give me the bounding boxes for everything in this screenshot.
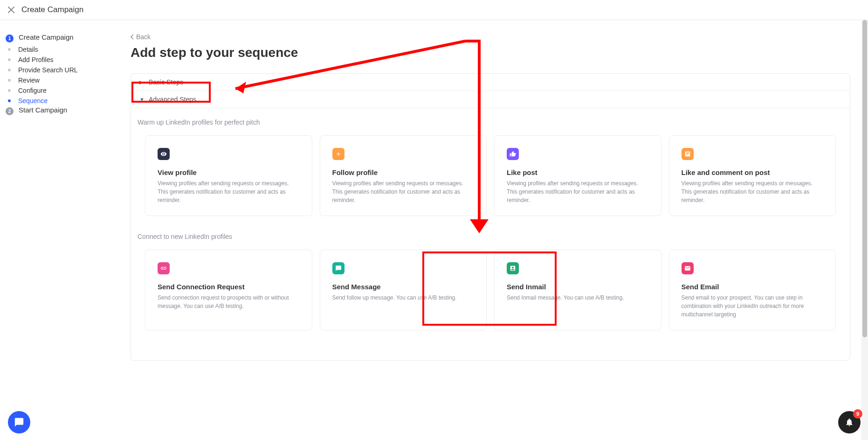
step-badge: 1 bbox=[6, 35, 14, 42]
card-desc: Send email to your prospect. You can use… bbox=[682, 293, 824, 319]
section-warmup-label: Warm up LinkedIn profiles for perfect pi… bbox=[138, 119, 843, 126]
advanced-steps-body: Warm up LinkedIn profiles for perfect pi… bbox=[131, 108, 850, 360]
card-desc: Viewing profiles after sending requests … bbox=[332, 179, 475, 204]
eye-icon bbox=[158, 148, 170, 160]
post-icon bbox=[682, 148, 694, 160]
sidebar: 1Create CampaignDetailsAdd ProfilesProvi… bbox=[0, 20, 84, 440]
step-label: Create Campaign bbox=[19, 33, 74, 42]
card-desc: Viewing profiles after sending requests … bbox=[682, 179, 824, 204]
dot-icon bbox=[8, 58, 11, 61]
page-header-title: Create Campaign bbox=[21, 5, 83, 14]
sidebar-substep[interactable]: Sequence bbox=[6, 96, 80, 106]
basic-steps-label: Basic Steps bbox=[149, 78, 183, 86]
bell-icon bbox=[845, 418, 854, 427]
connect-card[interactable]: Send EmailSend email to your prospect. Y… bbox=[669, 250, 836, 330]
warmup-card[interactable]: Like and comment on postViewing profiles… bbox=[669, 135, 836, 216]
thumb-icon bbox=[507, 148, 519, 160]
advanced-steps-header[interactable]: ▼ Advanced Steps bbox=[131, 91, 850, 108]
dot-icon bbox=[8, 69, 11, 71]
substep-label: Sequence bbox=[18, 97, 48, 105]
sidebar-substep[interactable]: Add Profiles bbox=[6, 55, 80, 65]
card-title: Send Inmail bbox=[507, 283, 649, 291]
steps-panel: ▶ Basic Steps ▼ Advanced Steps Warm up L… bbox=[131, 73, 850, 361]
card-title: Follow profile bbox=[332, 168, 475, 176]
basic-steps-header[interactable]: ▶ Basic Steps bbox=[131, 74, 850, 91]
close-button[interactable] bbox=[7, 5, 16, 14]
back-link[interactable]: Back bbox=[131, 33, 151, 41]
dot-icon bbox=[8, 99, 11, 102]
substep-label: Configure bbox=[18, 87, 47, 94]
card-desc: Send connection request to prospects wit… bbox=[158, 293, 300, 310]
sidebar-substep[interactable]: Details bbox=[6, 44, 80, 55]
dot-icon bbox=[8, 48, 11, 51]
substep-label: Add Profiles bbox=[18, 56, 53, 63]
dot-icon bbox=[8, 79, 11, 82]
chevron-left-icon bbox=[131, 34, 134, 40]
card-title: Send Email bbox=[682, 283, 824, 291]
card-title: View profile bbox=[158, 168, 300, 176]
sidebar-substep[interactable]: Review bbox=[6, 75, 80, 85]
plus-icon bbox=[332, 148, 344, 160]
section-connect-label: Connect to new LinkedIn profiles bbox=[138, 233, 843, 240]
substep-label: Review bbox=[18, 77, 40, 84]
connect-card[interactable]: Send Connection RequestSend connection r… bbox=[145, 250, 312, 330]
notifications-fab[interactable]: 9 bbox=[838, 411, 861, 433]
sidebar-substep[interactable]: Configure bbox=[6, 85, 80, 96]
card-desc: Send follow up message. You can use A/B … bbox=[332, 293, 475, 302]
notifications-count: 9 bbox=[853, 409, 862, 419]
sidebar-substep[interactable]: Provide Search URL bbox=[6, 65, 80, 75]
card-title: Like post bbox=[507, 168, 649, 176]
connect-card[interactable]: Send InmailSend Inmail message. You can … bbox=[494, 250, 661, 330]
dot-icon bbox=[8, 89, 11, 92]
warmup-card[interactable]: View profileViewing profiles after sendi… bbox=[145, 135, 312, 216]
scrollbar-thumb[interactable] bbox=[862, 20, 867, 337]
connect-card[interactable]: Send MessageSend follow up message. You … bbox=[320, 250, 487, 330]
sidebar-step[interactable]: 1Create Campaign bbox=[6, 33, 80, 42]
card-desc: Viewing profiles after sending requests … bbox=[507, 179, 649, 204]
link-icon bbox=[158, 262, 170, 274]
chat-icon bbox=[332, 262, 344, 274]
step-label: Start Campaign bbox=[19, 106, 67, 115]
card-title: Send Connection Request bbox=[158, 283, 300, 291]
warmup-card[interactable]: Like postViewing profiles after sending … bbox=[494, 135, 661, 216]
scrollbar[interactable] bbox=[861, 20, 868, 440]
inmail-icon bbox=[507, 262, 519, 274]
close-icon bbox=[8, 7, 14, 13]
chevron-right-icon: ▶ bbox=[139, 79, 146, 85]
chevron-down-icon: ▼ bbox=[139, 97, 146, 102]
chat-icon bbox=[14, 417, 24, 427]
page-title: Add step to your sequence bbox=[131, 45, 850, 60]
chat-fab[interactable] bbox=[8, 411, 30, 433]
back-label: Back bbox=[136, 33, 151, 41]
mail-icon bbox=[682, 262, 694, 274]
header: Create Campaign bbox=[0, 0, 868, 20]
card-title: Like and comment on post bbox=[682, 168, 824, 176]
advanced-steps-label: Advanced Steps bbox=[149, 96, 196, 103]
cards-connect: Send Connection RequestSend connection r… bbox=[138, 250, 843, 330]
cards-warmup: View profileViewing profiles after sendi… bbox=[138, 135, 843, 216]
card-title: Send Message bbox=[332, 283, 475, 291]
card-desc: Viewing profiles after sending requests … bbox=[158, 179, 300, 204]
substep-label: Details bbox=[18, 46, 38, 53]
step-badge: 2 bbox=[6, 107, 14, 115]
substep-label: Provide Search URL bbox=[18, 66, 78, 74]
warmup-card[interactable]: Follow profileViewing profiles after sen… bbox=[320, 135, 487, 216]
sidebar-step[interactable]: 2Start Campaign bbox=[6, 106, 80, 115]
card-desc: Send Inmail message. You can use A/B tes… bbox=[507, 293, 649, 302]
main-content: Back Add step to your sequence ▶ Basic S… bbox=[84, 20, 868, 440]
